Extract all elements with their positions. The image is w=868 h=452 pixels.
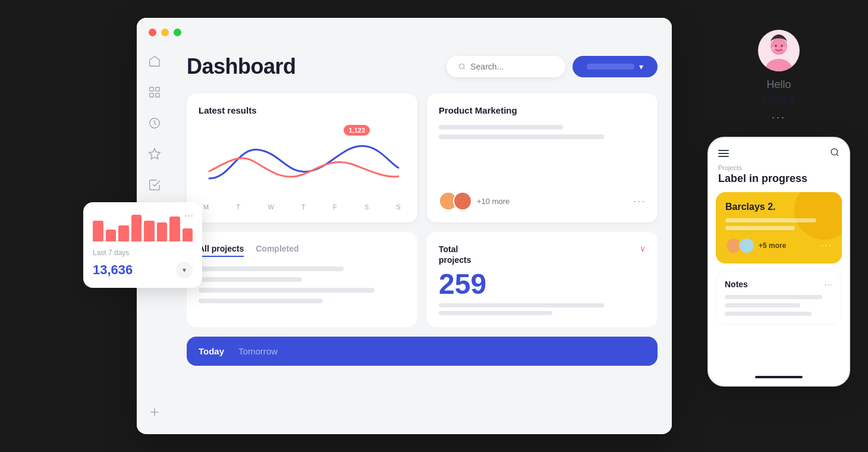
chart-label-m: M bbox=[203, 203, 209, 211]
barclays-line-1 bbox=[725, 218, 816, 222]
greeting-panel: Hello Clara ··· bbox=[725, 30, 832, 124]
tab-all-projects[interactable]: All projects bbox=[199, 244, 244, 257]
svg-point-12 bbox=[460, 196, 467, 203]
chart-label-w: W bbox=[268, 203, 273, 211]
chart-card: Latest results 1,123 M bbox=[187, 93, 417, 222]
primary-button[interactable]: ▾ bbox=[573, 56, 658, 77]
search-input[interactable] bbox=[470, 62, 553, 71]
bar-chart bbox=[93, 212, 193, 241]
total-number: 259 bbox=[439, 270, 646, 299]
stats-value: 13,636 bbox=[93, 262, 133, 278]
chart-card-title: Latest results bbox=[199, 105, 405, 115]
notes-card: Notes ··· bbox=[716, 271, 842, 325]
product-marketing-card: Product Marketing bbox=[427, 93, 658, 222]
svg-rect-0 bbox=[150, 87, 153, 91]
phone-title: Label in progress bbox=[709, 172, 849, 192]
primary-button-label bbox=[587, 64, 634, 70]
svg-point-16 bbox=[775, 45, 777, 47]
barclays-avatar-2 bbox=[738, 237, 755, 254]
page-title: Dashboard bbox=[187, 54, 296, 79]
menu-line-1 bbox=[718, 150, 729, 151]
notes-header: Notes ··· bbox=[725, 280, 833, 289]
bar-8 bbox=[183, 228, 193, 242]
svg-marker-5 bbox=[149, 149, 160, 159]
stats-dots: ··· bbox=[184, 211, 194, 221]
search-bar[interactable] bbox=[446, 56, 565, 77]
phone-mockup: Projects Label in progress Barclays 2. bbox=[707, 137, 850, 387]
bar-4 bbox=[131, 215, 142, 241]
total-label: Totalprojects bbox=[439, 244, 471, 265]
notes-line-2 bbox=[725, 303, 800, 307]
projects-card: All projects Completed bbox=[187, 232, 417, 327]
phone-home-indicator bbox=[755, 376, 803, 378]
tab-tomorrow[interactable]: Tomorrow bbox=[238, 346, 278, 356]
search-icon bbox=[458, 62, 466, 71]
phone-projects-label: Projects bbox=[709, 164, 849, 171]
svg-point-15 bbox=[766, 59, 792, 71]
svg-point-13 bbox=[458, 205, 470, 211]
chart-label-t2: T bbox=[301, 203, 306, 211]
barclays-card: Barclays 2. bbox=[716, 192, 842, 263]
greeting-name: Clara bbox=[762, 91, 795, 106]
project-line-4 bbox=[199, 299, 323, 303]
chart-container: 1,123 bbox=[199, 125, 405, 196]
phone-search-icon[interactable] bbox=[830, 147, 839, 159]
tab-completed[interactable]: Completed bbox=[256, 244, 298, 257]
chart-label-s2: S bbox=[397, 203, 401, 211]
dropdown-chevron-icon: ▾ bbox=[639, 62, 643, 71]
barclays-footer: +5 more ··· bbox=[725, 237, 832, 254]
greeting-dots: ··· bbox=[772, 111, 786, 124]
total-lines bbox=[439, 303, 646, 315]
stats-sublabel: Last 7 days bbox=[93, 249, 193, 257]
tab-today[interactable]: Today bbox=[199, 346, 224, 356]
notes-dots: ··· bbox=[824, 280, 833, 289]
total-header: Totalprojects ∨ bbox=[439, 244, 646, 265]
svg-rect-2 bbox=[150, 93, 153, 97]
phone-menu-icon[interactable] bbox=[718, 150, 729, 157]
dot-yellow[interactable] bbox=[161, 29, 169, 36]
pm-more-dots: ··· bbox=[633, 195, 646, 208]
stats-card: ··· Last 7 days 13,636 ▾ bbox=[83, 202, 202, 288]
sidebar-item-star[interactable] bbox=[147, 147, 162, 161]
sidebar-item-grid[interactable] bbox=[147, 85, 162, 99]
page-header: Dashboard ▾ bbox=[187, 54, 658, 79]
barclays-name: Barclays 2. bbox=[725, 202, 832, 212]
svg-line-21 bbox=[836, 154, 838, 156]
sidebar-item-clock[interactable] bbox=[147, 116, 162, 130]
greeting-hello: Hello bbox=[766, 79, 791, 91]
chart-svg bbox=[199, 125, 405, 196]
svg-rect-3 bbox=[156, 93, 159, 97]
barclays-more-count: +5 more bbox=[759, 241, 786, 250]
bar-7 bbox=[169, 216, 180, 242]
svg-point-23 bbox=[730, 250, 740, 254]
sidebar-item-home[interactable] bbox=[147, 54, 162, 68]
menu-line-2 bbox=[718, 153, 729, 154]
svg-rect-1 bbox=[156, 87, 159, 91]
pm-line-1 bbox=[439, 125, 563, 130]
barclays-line-2 bbox=[725, 226, 795, 230]
total-projects-card: Totalprojects ∨ 259 bbox=[427, 232, 658, 327]
chevron-down-icon: ∨ bbox=[640, 244, 646, 253]
user-avatar-image bbox=[758, 30, 800, 71]
today-bar: Today Tomorrow bbox=[187, 337, 658, 366]
dot-green[interactable] bbox=[174, 29, 181, 36]
stats-dropdown-button[interactable]: ▾ bbox=[176, 262, 193, 278]
browser-titlebar bbox=[137, 18, 672, 42]
dot-red[interactable] bbox=[149, 29, 156, 36]
chart-label-t1: T bbox=[236, 203, 240, 211]
avatar-2 bbox=[453, 192, 472, 211]
user-avatar bbox=[758, 30, 800, 71]
sidebar-item-check[interactable] bbox=[147, 178, 162, 192]
sidebar-item-plus[interactable] bbox=[147, 405, 162, 419]
svg-point-18 bbox=[772, 47, 775, 51]
svg-point-24 bbox=[745, 241, 751, 247]
pm-avatars bbox=[439, 192, 472, 211]
bar-6 bbox=[157, 222, 168, 242]
svg-point-10 bbox=[446, 196, 453, 203]
cards-grid: Latest results 1,123 M bbox=[187, 93, 658, 222]
notes-title: Notes bbox=[725, 280, 748, 289]
bar-5 bbox=[144, 221, 155, 241]
svg-point-17 bbox=[781, 45, 783, 47]
total-line-2 bbox=[439, 311, 552, 315]
bar-1 bbox=[93, 221, 103, 241]
